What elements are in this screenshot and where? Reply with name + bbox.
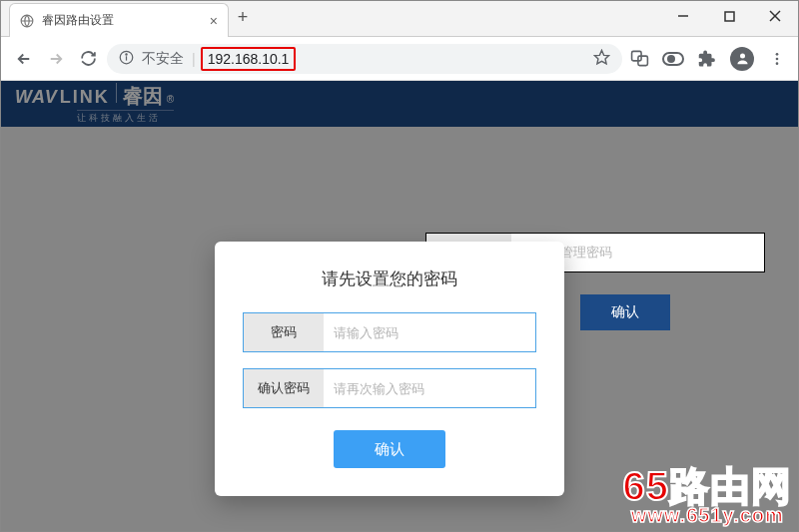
address-bar[interactable]: 不安全 | 192.168.10.1 (107, 44, 622, 74)
confirm-password-input[interactable] (324, 369, 535, 407)
confirm-password-label: 确认密码 (244, 369, 324, 407)
toggle-icon[interactable] (662, 48, 684, 70)
info-icon (119, 50, 134, 68)
modal-title: 请先设置您的密码 (243, 267, 536, 290)
profile-avatar[interactable] (730, 47, 754, 71)
svg-point-11 (740, 54, 745, 59)
watermark: 65路由网 www.651y.com (623, 466, 793, 527)
url-text: 192.168.10.1 (204, 50, 294, 68)
maximize-button[interactable] (706, 1, 752, 31)
back-button[interactable] (11, 46, 37, 72)
svg-point-12 (776, 53, 779, 56)
close-window-button[interactable] (752, 1, 798, 31)
confirm-button[interactable]: 确认 (334, 430, 445, 468)
minimize-button[interactable] (660, 1, 706, 31)
page-content: WAVLINK 睿因® 让科技融入生活 管理密码 请输入管理密码 确认 请先设置… (1, 81, 798, 531)
svg-point-7 (126, 53, 127, 54)
tab-title: 睿因路由设置 (42, 12, 114, 29)
password-input[interactable] (324, 313, 535, 351)
watermark-line1: 65路由网 (623, 466, 793, 506)
password-field: 密码 (243, 312, 536, 352)
forward-button[interactable] (43, 46, 69, 72)
watermark-line2: www.651y.com (623, 504, 793, 527)
extensions-icon[interactable] (696, 48, 718, 70)
svg-marker-8 (594, 50, 608, 63)
browser-toolbar: 不安全 | 192.168.10.1 (1, 37, 798, 81)
svg-point-14 (776, 62, 779, 65)
password-label: 密码 (244, 313, 324, 351)
translate-icon[interactable] (628, 48, 650, 70)
new-tab-button[interactable]: + (229, 7, 257, 28)
set-password-modal: 请先设置您的密码 密码 确认密码 确认 (215, 242, 564, 496)
close-tab-icon[interactable]: × (210, 13, 218, 29)
confirm-password-field: 确认密码 (243, 368, 536, 408)
login-confirm-button: 确认 (580, 294, 670, 330)
globe-icon (20, 14, 34, 28)
browser-tab[interactable]: 睿因路由设置 × (9, 3, 229, 37)
security-label: 不安全 (142, 50, 184, 68)
titlebar: 睿因路由设置 × + (1, 1, 798, 37)
svg-rect-2 (725, 12, 734, 21)
reload-button[interactable] (75, 46, 101, 72)
menu-icon[interactable] (766, 48, 788, 70)
window-controls (660, 1, 798, 31)
svg-point-13 (776, 57, 779, 60)
star-icon[interactable] (593, 49, 610, 69)
